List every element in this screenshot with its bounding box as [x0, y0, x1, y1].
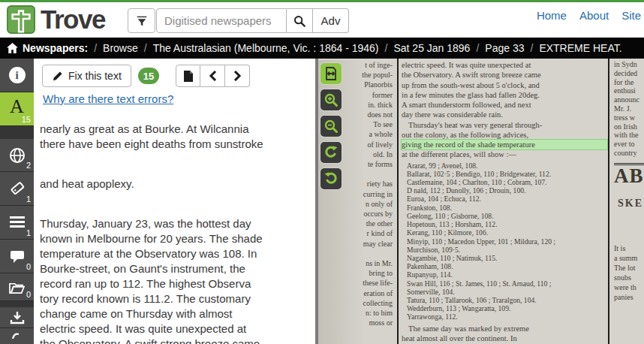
trove-logo-icon: [7, 5, 35, 34]
info-icon: i: [9, 67, 26, 83]
search-button[interactable]: [287, 8, 313, 33]
top-nav: Home About Site: [537, 9, 641, 22]
fit-width-button[interactable]: [320, 63, 342, 84]
text-corrections-count: 15: [22, 115, 31, 124]
zoom-out-button[interactable]: [320, 116, 342, 137]
zoom-in-button[interactable]: [320, 89, 342, 110]
scan-main-column: electric speed. It was quite unexpected …: [402, 60, 607, 343]
text-toolbar: Fix this text 15: [42, 65, 250, 87]
home-icon: [7, 43, 18, 53]
scan-paragraph: electric speed. It was quite unexpected …: [402, 60, 607, 120]
sidebar-item-text-corrections[interactable]: A 15: [0, 92, 34, 126]
filter-button[interactable]: [128, 8, 155, 33]
breadcrumb-page[interactable]: Page 33: [485, 42, 524, 54]
column-rule: [608, 59, 609, 344]
rotate-clockwise-icon: [324, 145, 339, 160]
lists-count: 1: [26, 228, 31, 237]
rotate-anticlockwise-button[interactable]: [320, 168, 342, 189]
sidebar-item-more[interactable]: [0, 328, 34, 339]
panel-splitter[interactable]: [313, 59, 318, 344]
scan-headline: ABO: [614, 172, 644, 181]
sidebar-item-download[interactable]: [0, 307, 34, 328]
breadcrumb-article[interactable]: EXTREME HEAT.: [539, 42, 621, 54]
fix-this-text-button[interactable]: Fix this text: [42, 65, 131, 87]
correction-count-badge: 15: [138, 68, 159, 84]
fix-button-label: Fix this text: [68, 70, 122, 82]
sidebar-gap: [0, 301, 34, 307]
scan-paragraph: The same day was marked by extreme heat …: [402, 324, 607, 344]
collections-count: 0: [26, 290, 31, 299]
trove-newspaper-viewer: Trove Adv Home About Site: [0, 0, 644, 344]
highlighted-search-text: giving the record of the shade temperatu…: [402, 140, 607, 149]
partial-icon: [11, 328, 24, 339]
breadcrumb-separator: /: [144, 42, 147, 54]
search-input[interactable]: [156, 8, 287, 33]
previous-article-button[interactable]: [200, 65, 225, 87]
breadcrumb-separator: /: [530, 42, 533, 54]
sidebar-item-comments[interactable]: 0: [0, 240, 34, 273]
sidebar-item-collections[interactable]: 0: [0, 273, 34, 301]
breadcrumb-separator: /: [476, 42, 479, 54]
temperature-list: Ararat, 99 ; Avenel, 108. Ballarat, 102·…: [402, 161, 607, 321]
chevron-right-icon: [233, 71, 242, 81]
text-correction-icon: A: [10, 97, 24, 116]
article-nav-group: [176, 65, 250, 87]
breadcrumb-root[interactable]: Newspapers:: [23, 42, 88, 54]
sidebar-item-tags[interactable]: 1: [0, 172, 34, 206]
scan-fragment: in Sydn decided for the enthusi announc …: [614, 60, 644, 158]
tags-count: 1: [26, 195, 31, 204]
ocr-paragraph: Thursday, January 23, was the hottest da…: [40, 216, 298, 344]
zoom-out-icon: [324, 119, 339, 134]
search-group: Adv: [156, 8, 349, 33]
nav-about-link[interactable]: About: [579, 9, 609, 22]
fit-width-icon: [324, 66, 339, 81]
sidebar-item-lists[interactable]: 1: [0, 206, 34, 240]
header: Trove Adv Home About Site: [0, 2, 644, 38]
breadcrumb-separator: /: [94, 42, 97, 54]
article-view-button[interactable]: [176, 65, 200, 87]
list-icon: [10, 216, 25, 228]
ocr-paragraph: nearly as great as at Bourke. At Wilcann…: [40, 122, 298, 152]
rotate-clockwise-button[interactable]: [320, 142, 342, 163]
ocr-paragraph: and heat apoplexy.: [40, 177, 298, 192]
breadcrumb-separator: /: [385, 42, 388, 54]
funnel-icon: [135, 14, 149, 28]
folder-icon: [8, 280, 26, 294]
viewer-controls: [320, 63, 342, 189]
pencil-icon: [52, 71, 63, 82]
breadcrumb-issue-date[interactable]: Sat 25 Jan 1896: [393, 42, 470, 54]
column-rule: [397, 59, 399, 344]
trove-logo[interactable]: Trove: [7, 5, 105, 34]
text-errors-help-link[interactable]: Why are there text errors?: [43, 92, 173, 105]
breadcrumb-browse[interactable]: Browse: [103, 42, 138, 54]
main-area: i A 15 2: [0, 59, 644, 344]
download-icon: [10, 311, 25, 324]
breadcrumb-title[interactable]: The Australasian (Melbourne, Vic. : 1864…: [153, 42, 379, 54]
brand-name: Trove: [41, 5, 105, 34]
scan-paragraph: Thursday's heat was very general through…: [402, 120, 607, 140]
ocr-text-panel: Fix this text 15: [34, 59, 302, 344]
sidebar-item-web-links[interactable]: 2: [0, 139, 34, 172]
page-icon: [183, 70, 194, 83]
scan-subheading: SKE: [614, 199, 644, 208]
scan-right-column: in Sydn decided for the enthusi announc …: [612, 60, 644, 344]
comments-count: 0: [26, 262, 31, 271]
web-links-count: 2: [26, 161, 31, 170]
ocr-text: nearly as great as at Bourke. At Wilcann…: [40, 107, 298, 344]
search-icon: [293, 14, 306, 28]
nav-home-link[interactable]: Home: [537, 9, 567, 22]
chevron-left-icon: [209, 71, 217, 81]
tag-icon: [9, 180, 26, 197]
scan-fragment: It is a summ The lot snubs were th panie…: [614, 243, 644, 302]
advanced-search-button[interactable]: Adv: [313, 8, 349, 33]
breadcrumb: Newspapers: / Browse / The Australasian …: [0, 38, 644, 59]
next-article-button[interactable]: [225, 65, 250, 87]
newspaper-page-viewer[interactable]: t of inge- the popul- Planorbis former i…: [318, 59, 644, 344]
scan-paragraph: at the different places, will show :—: [402, 149, 607, 159]
nav-site-link[interactable]: Site: [621, 9, 641, 22]
sidebar: i A 15 2: [0, 59, 34, 344]
sidebar-gap: [0, 126, 34, 139]
sidebar-item-info[interactable]: i: [0, 59, 34, 92]
zoom-in-icon: [324, 92, 339, 107]
globe-icon: [9, 147, 26, 164]
